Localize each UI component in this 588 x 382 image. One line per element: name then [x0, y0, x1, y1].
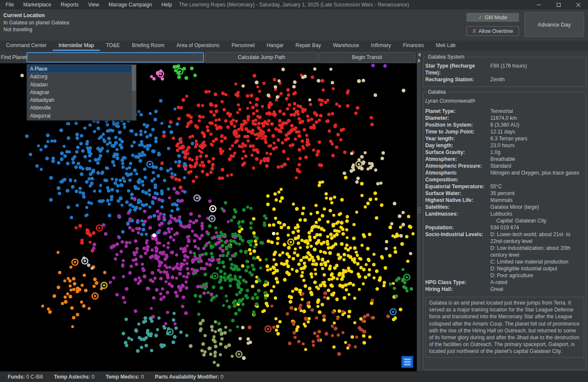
- star-system-dot[interactable]: [146, 124, 149, 127]
- star-system-dot[interactable]: [149, 334, 152, 337]
- star-system-dot[interactable]: [375, 269, 379, 273]
- star-system-dot[interactable]: [134, 309, 137, 313]
- star-system-dot[interactable]: [321, 267, 324, 270]
- star-system-dot[interactable]: [255, 103, 259, 107]
- star-system-dot[interactable]: [220, 332, 224, 336]
- star-system-dot[interactable]: [185, 148, 189, 152]
- star-system-dot[interactable]: [282, 263, 286, 266]
- star-system-dot[interactable]: [143, 168, 146, 171]
- star-system-dot[interactable]: [331, 223, 335, 226]
- star-system-dot[interactable]: [76, 204, 79, 207]
- star-system-dot[interactable]: [309, 103, 313, 106]
- star-system-dot[interactable]: [154, 334, 158, 338]
- star-system-dot[interactable]: [278, 110, 282, 113]
- star-system-dot[interactable]: [325, 332, 328, 336]
- star-system-dot[interactable]: [46, 140, 49, 143]
- star-system-dot[interactable]: [154, 139, 158, 143]
- star-system-dot[interactable]: [115, 153, 119, 157]
- star-system-dot[interactable]: [376, 182, 380, 186]
- star-system-dot[interactable]: [141, 228, 144, 231]
- star-system-dot[interactable]: [259, 267, 262, 269]
- star-system-dot[interactable]: [304, 325, 307, 328]
- star-system-dot[interactable]: [160, 345, 163, 348]
- star-system-dot[interactable]: [368, 162, 371, 165]
- star-system-dot[interactable]: [194, 245, 197, 249]
- star-system-dot[interactable]: [355, 251, 358, 254]
- star-system-dot[interactable]: [382, 151, 385, 155]
- star-system-dot[interactable]: [362, 341, 366, 345]
- star-system-dot[interactable]: [89, 124, 92, 127]
- star-system-dot[interactable]: [263, 291, 267, 295]
- star-system-dot[interactable]: [246, 289, 249, 292]
- star-system-dot[interactable]: [168, 125, 171, 128]
- star-system-dot[interactable]: [295, 288, 298, 291]
- star-system-dot[interactable]: [327, 113, 331, 116]
- star-system-dot[interactable]: [195, 161, 198, 165]
- star-system-dot[interactable]: [293, 80, 297, 84]
- star-system-dot[interactable]: [210, 299, 213, 302]
- star-system-dot[interactable]: [199, 115, 202, 118]
- star-system-dot[interactable]: [299, 246, 302, 249]
- star-system-dot[interactable]: [196, 285, 200, 288]
- star-system-dot[interactable]: [230, 267, 233, 269]
- star-system-dot[interactable]: [252, 231, 256, 235]
- star-system-dot[interactable]: [117, 235, 120, 239]
- star-system-dot[interactable]: [210, 252, 213, 255]
- star-system-dot[interactable]: [199, 164, 202, 167]
- star-system-dot[interactable]: [88, 307, 91, 310]
- star-system-dot[interactable]: [212, 139, 215, 143]
- star-system-dot[interactable]: [341, 310, 344, 313]
- star-system-dot[interactable]: [304, 348, 307, 351]
- star-system-dot[interactable]: [263, 82, 266, 85]
- star-system-dot[interactable]: [166, 291, 170, 295]
- star-system-dot[interactable]: [281, 141, 284, 145]
- star-system-dot[interactable]: [285, 259, 289, 263]
- star-system-dot[interactable]: [301, 271, 304, 274]
- star-system-dot[interactable]: [315, 121, 318, 124]
- star-system-dot[interactable]: [287, 137, 290, 140]
- star-system-dot[interactable]: [87, 201, 91, 204]
- star-system-dot[interactable]: [236, 111, 239, 114]
- star-system-dot[interactable]: [261, 310, 264, 313]
- star-system-dot[interactable]: [335, 298, 339, 301]
- star-system-dot[interactable]: [29, 153, 32, 156]
- star-system-dot[interactable]: [348, 310, 352, 314]
- star-system-dot[interactable]: [67, 206, 70, 209]
- star-system-dot[interactable]: [146, 147, 150, 151]
- star-system-dot[interactable]: [298, 117, 301, 121]
- star-system-dot[interactable]: [79, 142, 83, 145]
- star-system-dot[interactable]: [298, 121, 302, 124]
- star-system-dot[interactable]: [194, 294, 197, 298]
- star-system-dot[interactable]: [234, 232, 237, 235]
- star-system-dot[interactable]: [252, 256, 256, 260]
- star-system-dot[interactable]: [380, 157, 384, 160]
- star-system-dot[interactable]: [174, 290, 177, 294]
- star-system-dot[interactable]: [167, 227, 170, 231]
- star-system-dot[interactable]: [84, 127, 87, 130]
- star-system-dot[interactable]: [370, 123, 374, 127]
- star-system-dot[interactable]: [209, 171, 213, 174]
- star-system-dot[interactable]: [200, 160, 204, 164]
- star-system-dot[interactable]: [360, 155, 364, 159]
- star-system-dot[interactable]: [352, 237, 356, 240]
- star-system-dot[interactable]: [312, 148, 315, 151]
- star-system-dot[interactable]: [161, 77, 164, 80]
- star-system-dot[interactable]: [169, 120, 173, 124]
- star-system-dot[interactable]: [152, 234, 156, 237]
- star-system-dot[interactable]: [39, 148, 42, 151]
- star-system-dot[interactable]: [119, 179, 122, 182]
- star-system-dot[interactable]: [259, 162, 262, 165]
- star-system-dot[interactable]: [386, 314, 390, 318]
- star-system-dot[interactable]: [366, 313, 370, 317]
- tab-interstellar-map[interactable]: Interstellar Map: [53, 41, 100, 51]
- star-system-dot[interactable]: [335, 103, 339, 106]
- star-system-dot[interactable]: [212, 113, 216, 117]
- star-system-dot[interactable]: [152, 214, 156, 218]
- star-system-dot[interactable]: [255, 80, 259, 84]
- star-system-dot[interactable]: [294, 308, 297, 311]
- star-system-dot[interactable]: [331, 142, 334, 145]
- star-system-dot[interactable]: [159, 297, 163, 301]
- star-system-dot[interactable]: [251, 264, 254, 267]
- star-system-dot[interactable]: [222, 265, 226, 268]
- star-system-dot[interactable]: [216, 258, 220, 262]
